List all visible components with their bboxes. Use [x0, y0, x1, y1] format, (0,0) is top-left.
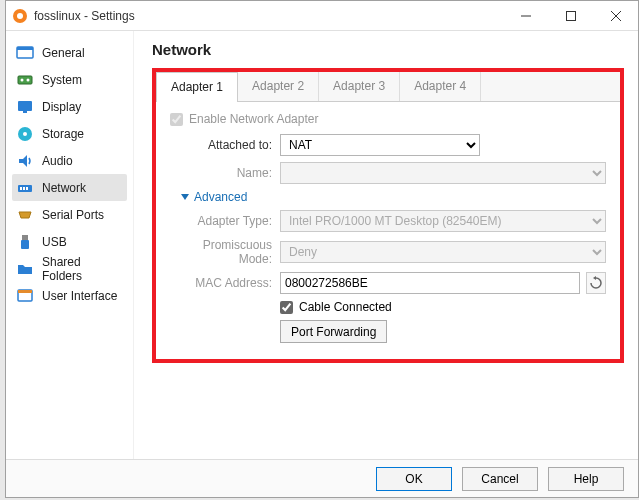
sidebar-item-label: Network — [42, 181, 86, 195]
sidebar-item-label: Display — [42, 100, 81, 114]
tab-adapter-1[interactable]: Adapter 1 — [156, 72, 238, 102]
svg-rect-7 — [17, 47, 33, 50]
storage-icon — [16, 125, 34, 143]
display-icon — [16, 98, 34, 116]
sidebar-item-usb[interactable]: USB — [12, 228, 127, 255]
titlebar: fosslinux - Settings — [6, 1, 638, 31]
port-forwarding-button[interactable]: Port Forwarding — [280, 320, 387, 343]
general-icon — [16, 44, 34, 62]
svg-rect-22 — [18, 290, 32, 293]
name-select — [280, 162, 606, 184]
network-icon — [16, 179, 34, 197]
cable-connected-input[interactable] — [280, 301, 293, 314]
cancel-button[interactable]: Cancel — [462, 467, 538, 491]
sidebar-item-label: Serial Ports — [42, 208, 104, 222]
svg-rect-19 — [22, 235, 28, 240]
help-button[interactable]: Help — [548, 467, 624, 491]
adapter-tabs: Adapter 1 Adapter 2 Adapter 3 Adapter 4 — [156, 72, 620, 102]
sidebar-item-general[interactable]: General — [12, 39, 127, 66]
attached-to-label: Attached to: — [170, 138, 280, 152]
advanced-label: Advanced — [194, 190, 247, 204]
sidebar-item-network[interactable]: Network — [12, 174, 127, 201]
adapter-type-label: Adapter Type: — [170, 214, 280, 228]
sidebar-item-system[interactable]: System — [12, 66, 127, 93]
serial-icon — [16, 206, 34, 224]
sidebar: General System Display Storage Audio Net… — [6, 31, 134, 459]
refresh-icon — [589, 276, 603, 290]
folder-icon — [16, 260, 34, 278]
svg-rect-18 — [26, 187, 28, 190]
mac-label: MAC Address: — [170, 276, 280, 290]
enable-adapter-label: Enable Network Adapter — [189, 112, 318, 126]
promiscuous-select: Deny — [280, 241, 606, 263]
sidebar-item-label: General — [42, 46, 85, 60]
app-icon — [12, 8, 28, 24]
tab-adapter-4[interactable]: Adapter 4 — [400, 72, 481, 101]
svg-point-10 — [27, 78, 30, 81]
advanced-expander[interactable]: Advanced — [180, 190, 606, 204]
main-panel: Network Adapter 1 Adapter 2 Adapter 3 Ad… — [134, 31, 638, 459]
page-title: Network — [152, 41, 624, 58]
minimize-button[interactable] — [503, 1, 548, 31]
chevron-down-icon — [180, 192, 190, 202]
cable-connected-label: Cable Connected — [299, 300, 392, 314]
enable-adapter-checkbox[interactable]: Enable Network Adapter — [170, 112, 606, 126]
attached-to-select[interactable]: NAT — [280, 134, 480, 156]
ok-button[interactable]: OK — [376, 467, 452, 491]
enable-adapter-input[interactable] — [170, 113, 183, 126]
promiscuous-label: Promiscuous Mode: — [170, 238, 280, 266]
svg-rect-3 — [566, 11, 575, 20]
svg-rect-8 — [18, 76, 32, 84]
svg-rect-16 — [20, 187, 22, 190]
svg-point-1 — [17, 13, 23, 19]
svg-rect-12 — [23, 111, 27, 113]
system-icon — [16, 71, 34, 89]
settings-window: fosslinux - Settings General System Disp… — [5, 0, 639, 498]
dialog-footer: OK Cancel Help — [6, 459, 638, 497]
sidebar-item-audio[interactable]: Audio — [12, 147, 127, 174]
audio-icon — [16, 152, 34, 170]
sidebar-item-storage[interactable]: Storage — [12, 120, 127, 147]
adapter-type-select: Intel PRO/1000 MT Desktop (82540EM) — [280, 210, 606, 232]
sidebar-item-label: Shared Folders — [42, 255, 123, 283]
sidebar-item-label: Audio — [42, 154, 73, 168]
sidebar-item-label: Storage — [42, 127, 84, 141]
svg-point-14 — [23, 132, 27, 136]
adapter-pane: Enable Network Adapter Attached to: NAT … — [156, 102, 620, 359]
usb-icon — [16, 233, 34, 251]
svg-rect-20 — [21, 240, 29, 249]
tab-adapter-2[interactable]: Adapter 2 — [238, 72, 319, 101]
highlight-frame: Adapter 1 Adapter 2 Adapter 3 Adapter 4 … — [152, 68, 624, 363]
window-title: fosslinux - Settings — [34, 9, 503, 23]
mac-address-input[interactable] — [280, 272, 580, 294]
sidebar-item-shared-folders[interactable]: Shared Folders — [12, 255, 127, 282]
svg-rect-11 — [18, 101, 32, 111]
close-button[interactable] — [593, 1, 638, 31]
svg-point-9 — [21, 78, 24, 81]
name-label: Name: — [170, 166, 280, 180]
sidebar-item-label: User Interface — [42, 289, 117, 303]
tab-adapter-3[interactable]: Adapter 3 — [319, 72, 400, 101]
sidebar-item-serial-ports[interactable]: Serial Ports — [12, 201, 127, 228]
sidebar-item-label: USB — [42, 235, 67, 249]
sidebar-item-user-interface[interactable]: User Interface — [12, 282, 127, 309]
ui-icon — [16, 287, 34, 305]
sidebar-item-display[interactable]: Display — [12, 93, 127, 120]
maximize-button[interactable] — [548, 1, 593, 31]
mac-refresh-button[interactable] — [586, 272, 606, 294]
sidebar-item-label: System — [42, 73, 82, 87]
cable-connected-checkbox[interactable]: Cable Connected — [280, 300, 606, 314]
svg-rect-17 — [23, 187, 25, 190]
